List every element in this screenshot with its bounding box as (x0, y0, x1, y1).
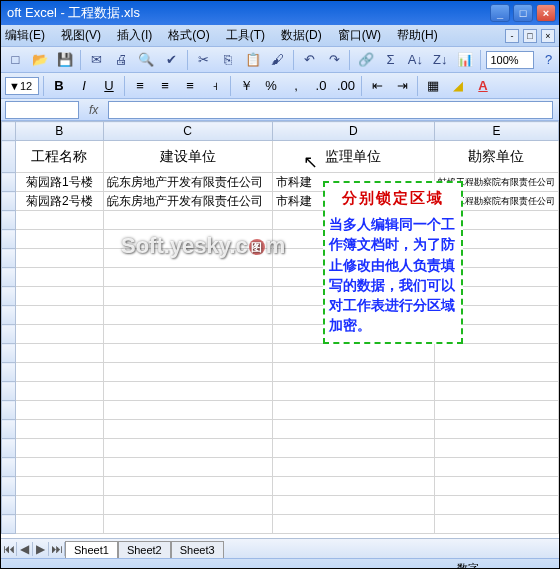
row-header[interactable] (2, 141, 16, 173)
cell-header-d[interactable]: 监理单位 (272, 141, 434, 173)
comma-icon[interactable]: , (285, 75, 307, 97)
link-icon[interactable]: 🔗 (355, 49, 376, 71)
mail-icon[interactable]: ✉ (86, 49, 107, 71)
title-bar: oft Excel - 工程数据.xls _ □ × (1, 1, 559, 25)
undo-icon[interactable]: ↶ (299, 49, 320, 71)
menu-insert[interactable]: 插入(I) (117, 27, 152, 44)
save-icon[interactable]: 💾 (55, 49, 76, 71)
paste-icon[interactable]: 📋 (242, 49, 263, 71)
cell-header-c[interactable]: 建设单位 (103, 141, 272, 173)
menu-data[interactable]: 数据(D) (281, 27, 322, 44)
menu-view[interactable]: 视图(V) (61, 27, 101, 44)
menu-help[interactable]: 帮助(H) (397, 27, 438, 44)
spell-icon[interactable]: ✔ (161, 49, 182, 71)
redo-icon[interactable]: ↷ (324, 49, 345, 71)
decrease-indent-icon[interactable]: ⇤ (366, 75, 388, 97)
font-size-select[interactable]: ▼ 12 (5, 77, 39, 95)
tooltip-callout: 分别锁定区域 当多人编辑同一个工作簿文档时，为了防止修改由他人负责填写的数据，我… (323, 181, 463, 344)
mdi-close-button[interactable]: × (541, 29, 555, 43)
formula-input[interactable] (108, 101, 553, 119)
sheet-tab-1[interactable]: Sheet1 (65, 541, 118, 558)
decrease-decimal-icon[interactable]: .00 (335, 75, 357, 97)
cell-header-e[interactable]: 勘察单位 (434, 141, 558, 173)
increase-indent-icon[interactable]: ⇥ (391, 75, 413, 97)
sheet-tab-2[interactable]: Sheet2 (118, 541, 171, 558)
format-painter-icon[interactable]: 🖌 (267, 49, 288, 71)
tab-nav-last-icon[interactable]: ⏭ (49, 542, 65, 556)
menu-window[interactable]: 窗口(W) (338, 27, 381, 44)
menu-format[interactable]: 格式(O) (168, 27, 209, 44)
name-box[interactable] (5, 101, 79, 119)
worksheet-grid[interactable]: B C D E 工程名称 建设单位 监理单位 勘察单位 菊园路1号楼 皖东房地产… (1, 121, 559, 558)
open-icon[interactable]: 📂 (30, 49, 51, 71)
maximize-button[interactable]: □ (513, 4, 533, 22)
merge-icon[interactable]: ⫞ (204, 75, 226, 97)
mdi-minimize-button[interactable]: - (505, 29, 519, 43)
sort-desc-icon[interactable]: Z↓ (430, 49, 451, 71)
tab-nav-next-icon[interactable]: ▶ (33, 542, 49, 556)
menu-bar: 编辑(E) 视图(V) 插入(I) 格式(O) 工具(T) 数据(D) 窗口(W… (1, 25, 559, 47)
zoom-select[interactable]: 100% (486, 51, 534, 69)
col-header-e[interactable]: E (434, 122, 558, 141)
menu-tools[interactable]: 工具(T) (226, 27, 265, 44)
col-header-d[interactable]: D (272, 122, 434, 141)
percent-icon[interactable]: % (260, 75, 282, 97)
select-all-corner[interactable] (2, 122, 16, 141)
tab-nav-first-icon[interactable]: ⏮ (1, 542, 17, 556)
standard-toolbar: □ 📂 💾 ✉ 🖨 🔍 ✔ ✂ ⎘ 📋 🖌 ↶ ↷ 🔗 Σ A↓ Z↓ 📊 10… (1, 47, 559, 73)
sheet-tab-3[interactable]: Sheet3 (171, 541, 224, 558)
font-color-icon[interactable]: A (472, 75, 494, 97)
cell-header-b[interactable]: 工程名称 (16, 141, 104, 173)
close-button[interactable]: × (536, 4, 556, 22)
callout-title: 分别锁定区域 (329, 189, 457, 208)
tab-nav-prev-icon[interactable]: ◀ (17, 542, 33, 556)
cell[interactable]: 菊园路1号楼 (16, 173, 104, 192)
cell[interactable]: 皖东房地产开发有限责任公司 (103, 173, 272, 192)
status-bar: 数字 (1, 558, 559, 569)
align-center-icon[interactable]: ≡ (154, 75, 176, 97)
status-mode: 数字 (457, 561, 479, 569)
autosum-icon[interactable]: Σ (380, 49, 401, 71)
help-icon[interactable]: ? (538, 49, 559, 71)
italic-button[interactable]: I (73, 75, 95, 97)
new-icon[interactable]: □ (5, 49, 26, 71)
print-icon[interactable]: 🖨 (111, 49, 132, 71)
fill-color-icon[interactable]: ◢ (447, 75, 469, 97)
fx-icon[interactable]: fx (89, 103, 98, 117)
callout-body: 当多人编辑同一个工作簿文档时，为了防止修改由他人负责填写的数据，我们可以对工作表… (329, 214, 457, 336)
menu-edit[interactable]: 编辑(E) (5, 27, 45, 44)
window-title: oft Excel - 工程数据.xls (7, 4, 490, 22)
col-header-b[interactable]: B (16, 122, 104, 141)
row-header[interactable] (2, 192, 16, 211)
copy-icon[interactable]: ⎘ (217, 49, 238, 71)
watermark: Soft.yesky.c图m (121, 233, 285, 259)
bold-button[interactable]: B (48, 75, 70, 97)
sheet-tabs-bar: ⏮ ◀ ▶ ⏭ Sheet1 Sheet2 Sheet3 (1, 538, 559, 558)
underline-button[interactable]: U (98, 75, 120, 97)
formula-bar: fx (1, 99, 559, 121)
cell[interactable]: 皖东房地产开发有限责任公司 (103, 192, 272, 211)
cell[interactable]: 菊园路2号楼 (16, 192, 104, 211)
preview-icon[interactable]: 🔍 (136, 49, 157, 71)
mdi-restore-button[interactable]: □ (523, 29, 537, 43)
sort-asc-icon[interactable]: A↓ (405, 49, 426, 71)
minimize-button[interactable]: _ (490, 4, 510, 22)
format-toolbar: ▼ 12 B I U ≡ ≡ ≡ ⫞ ￥ % , .0 .00 ⇤ ⇥ ▦ ◢ … (1, 73, 559, 99)
borders-icon[interactable]: ▦ (422, 75, 444, 97)
align-left-icon[interactable]: ≡ (129, 75, 151, 97)
increase-decimal-icon[interactable]: .0 (310, 75, 332, 97)
row-header[interactable] (2, 173, 16, 192)
cut-icon[interactable]: ✂ (193, 49, 214, 71)
col-header-c[interactable]: C (103, 122, 272, 141)
chart-icon[interactable]: 📊 (455, 49, 476, 71)
currency-icon[interactable]: ￥ (235, 75, 257, 97)
align-right-icon[interactable]: ≡ (179, 75, 201, 97)
